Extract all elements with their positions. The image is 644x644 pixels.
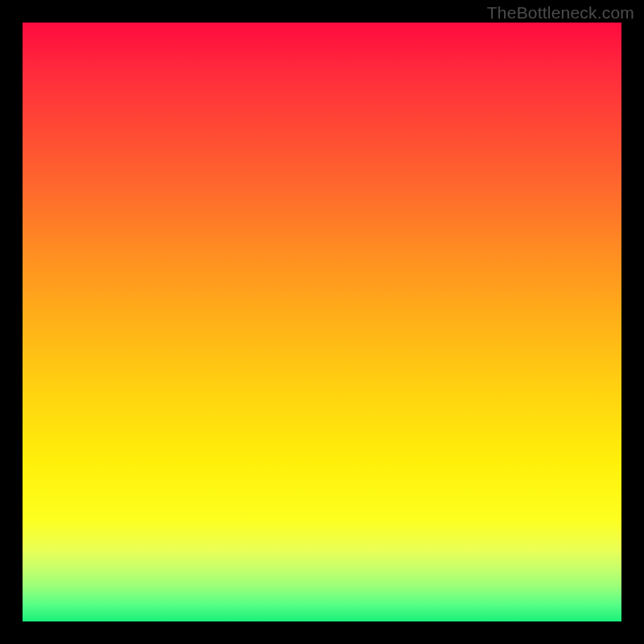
- background-gradient: [23, 23, 621, 621]
- plot-area: [23, 23, 621, 621]
- chart-frame: TheBottleneck.com: [0, 0, 644, 644]
- watermark-text: TheBottleneck.com: [487, 3, 634, 23]
